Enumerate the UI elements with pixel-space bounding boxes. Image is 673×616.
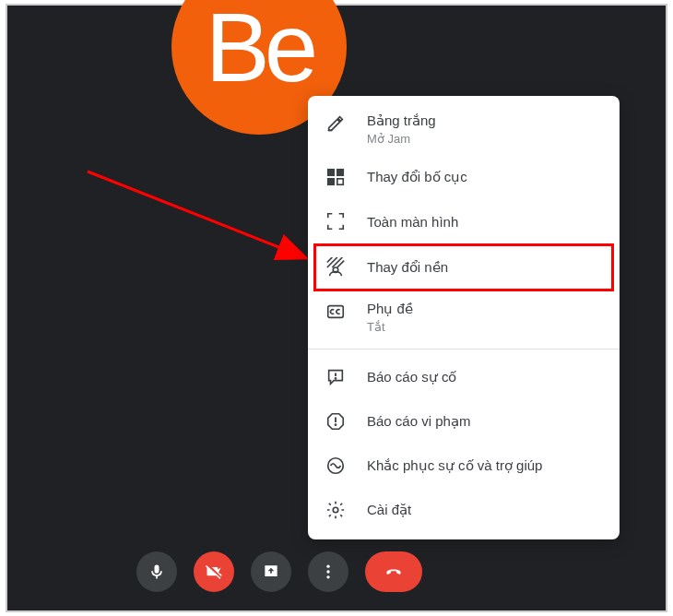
gear-icon: [325, 499, 347, 521]
svg-point-15: [335, 424, 336, 425]
menu-sub-whiteboard: Mở Jam: [367, 132, 436, 146]
menu-item-report-problem[interactable]: Báo cáo sự cố: [308, 355, 620, 399]
layout-icon: [325, 166, 347, 188]
menu-label-settings: Cài đặt: [367, 502, 411, 518]
menu-label-fullscreen: Toàn màn hình: [367, 214, 458, 230]
menu-item-settings[interactable]: Cài đặt: [308, 488, 620, 532]
svg-point-17: [333, 507, 338, 513]
menu-label-captions: Phụ đề: [367, 301, 413, 317]
menu-item-change-background[interactable]: Thay đổi nền: [308, 243, 620, 291]
hangup-button[interactable]: [365, 551, 422, 592]
highlight-box: [313, 243, 614, 291]
meeting-area: Be Bảng trắng Mở Jam Thay đổi bố cục: [6, 4, 667, 612]
menu-item-whiteboard[interactable]: Bảng trắng Mở Jam: [308, 103, 620, 155]
menu-item-change-layout[interactable]: Thay đổi bố cục: [308, 155, 620, 199]
menu-item-fullscreen[interactable]: Toàn màn hình: [308, 199, 620, 243]
toolbar: [136, 551, 422, 592]
menu-item-report-abuse[interactable]: Báo cáo vi phạm: [308, 399, 620, 444]
menu-item-troubleshoot[interactable]: Khắc phục sự cố và trợ giúp: [308, 444, 620, 488]
microphone-button[interactable]: [136, 551, 177, 592]
camera-off-button[interactable]: [194, 551, 234, 592]
svg-rect-5: [337, 179, 343, 184]
menu-label-report-abuse: Báo cáo vi phạm: [367, 413, 470, 430]
feedback-icon: [325, 366, 347, 388]
avatar-initials: Be: [206, 0, 313, 96]
menu-divider: [308, 349, 620, 349]
more-options-menu: Bảng trắng Mở Jam Thay đổi bố cục Toàn m…: [308, 96, 620, 539]
svg-point-13: [335, 378, 336, 379]
svg-rect-2: [328, 170, 334, 175]
menu-label-whiteboard: Bảng trắng: [367, 113, 436, 129]
more-options-button[interactable]: [308, 551, 348, 592]
menu-label-change-background: Thay đổi nền: [367, 259, 448, 276]
report-abuse-icon: [325, 410, 347, 432]
svg-point-19: [326, 570, 329, 573]
menu-sub-captions: Tắt: [367, 320, 413, 334]
change-background-icon: [325, 256, 347, 278]
troubleshoot-icon: [325, 455, 347, 477]
menu-label-report-problem: Báo cáo sự cố: [367, 369, 456, 385]
fullscreen-icon: [325, 210, 347, 232]
svg-line-0: [88, 172, 304, 257]
menu-item-captions[interactable]: Phụ đề Tắt: [308, 291, 620, 343]
annotation-arrow: [83, 167, 318, 268]
svg-point-20: [326, 575, 329, 578]
svg-line-7: [327, 257, 337, 267]
captions-icon: [325, 301, 347, 323]
svg-line-8: [332, 257, 342, 267]
menu-label-change-layout: Thay đổi bố cục: [367, 169, 467, 185]
svg-line-6: [327, 257, 333, 263]
pencil-icon: [325, 113, 347, 135]
svg-point-18: [326, 565, 329, 568]
present-button[interactable]: [251, 551, 291, 592]
svg-rect-4: [328, 179, 334, 184]
menu-label-troubleshoot: Khắc phục sự cố và trợ giúp: [367, 457, 542, 474]
svg-rect-3: [337, 170, 343, 175]
